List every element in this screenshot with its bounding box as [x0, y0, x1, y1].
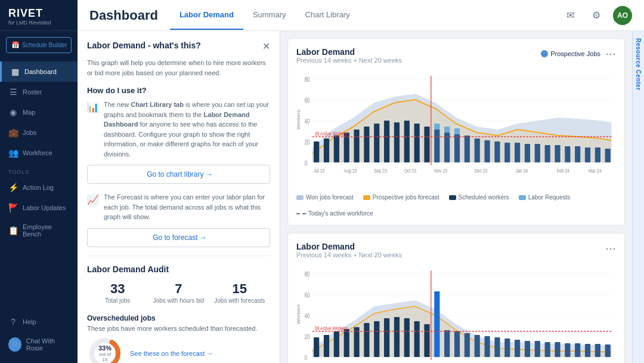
sidebar-item-help[interactable]: ? Help — [0, 312, 78, 332]
settings-button[interactable]: ⚙ — [587, 6, 606, 25]
action-log-icon: ⚡ — [8, 183, 18, 192]
charts-area: Labor Demand Previous 14 weeks + Next 20… — [280, 31, 632, 363]
jobs-with-forecasts-stat: 15 Jobs with forecasts — [209, 281, 270, 304]
sidebar-item-label: Action Log — [23, 184, 54, 191]
info-panel: Labor Demand - what's this? ✕ This graph… — [78, 31, 280, 363]
svg-rect-92 — [525, 341, 530, 357]
svg-rect-47 — [605, 149, 611, 162]
svg-rect-97 — [575, 343, 580, 357]
svg-text:Workers: Workers — [296, 304, 301, 324]
svg-text:Jul 23: Jul 23 — [314, 168, 325, 174]
total-jobs-label: Total jobs — [87, 297, 148, 304]
legend-scheduled-dot — [449, 195, 456, 200]
header-actions: ✉ ⚙ AO — [561, 6, 632, 25]
go-to-chart-library-button[interactable]: Go to chart library → — [87, 165, 270, 184]
svg-text:60: 60 — [305, 97, 310, 104]
forecast-icon: 📈 — [87, 193, 99, 207]
resource-center-tab[interactable]: Resource Center — [632, 31, 644, 363]
chart-1-canvas: 80 60 40 20 0 Workers — [296, 70, 616, 189]
svg-rect-46 — [595, 147, 600, 162]
overscheduled-donut: 33% out of 15 — [87, 336, 123, 364]
header: Dashboard Labor Demand Summary Chart Lib… — [78, 0, 644, 31]
svg-rect-31 — [475, 139, 480, 162]
chart-1-title-group: Labor Demand Previous 14 weeks + Next 20… — [296, 47, 402, 69]
legend-won-dot — [296, 195, 304, 200]
sidebar-item-action-log[interactable]: ⚡ Action Log — [0, 177, 78, 198]
sidebar-item-dashboard[interactable]: ▦ Dashboard — [0, 61, 78, 82]
svg-rect-43 — [565, 146, 570, 162]
chart-1-subtitle: Previous 14 weeks + Next 20 weeks — [296, 57, 402, 64]
schedule-builder-button[interactable]: 📅 Schedule Builder — [6, 37, 72, 53]
svg-rect-40 — [535, 144, 540, 162]
chart-2-more-button[interactable]: ⋯ — [605, 242, 616, 255]
panel-description: This graph will help you determine when … — [87, 58, 270, 78]
svg-rect-80 — [404, 318, 410, 357]
chat-label: Chat With Rosie — [26, 337, 69, 352]
svg-rect-20 — [364, 127, 369, 162]
svg-rect-39 — [525, 144, 530, 162]
svg-rect-25 — [414, 124, 420, 162]
chart-2-canvas: 80 60 40 20 0 Workers — [296, 264, 616, 363]
legend-requests-label: Labor Requests — [528, 194, 571, 201]
sidebar-item-labor-updates[interactable]: 🚩 Labor Updates — [0, 198, 78, 218]
svg-text:Feb 24: Feb 24 — [556, 168, 569, 174]
svg-rect-22 — [384, 121, 389, 162]
sidebar-item-label: Labor Updates — [23, 204, 66, 211]
overscheduled-block: Overscheduled jobs These jobs have more … — [87, 314, 270, 364]
content-area: Labor Demand - what's this? ✕ This graph… — [78, 31, 644, 363]
main-content: Dashboard Labor Demand Summary Chart Lib… — [78, 0, 644, 363]
chart-card-2: Labor Demand Previous 14 weeks + Next 20… — [287, 233, 625, 363]
tab-summary[interactable]: Summary — [243, 1, 296, 30]
panel-header: Labor Demand - what's this? ✕ — [87, 41, 270, 52]
help-icon: ? — [8, 317, 18, 327]
legend-won-jobs: Won jobs forecast — [296, 194, 354, 201]
legend-today: Today's active workforce — [296, 210, 373, 217]
svg-text:80: 80 — [305, 271, 310, 278]
chart-2-header: Labor Demand Previous 14 weeks + Next 20… — [296, 242, 616, 263]
audit-title: Labor Demand Audit — [87, 264, 270, 274]
close-panel-button[interactable]: ✕ — [262, 41, 270, 52]
sidebar-item-jobs[interactable]: 💼 Jobs — [0, 122, 78, 143]
svg-rect-33 — [494, 141, 500, 162]
workforce-icon: 👥 — [8, 148, 18, 158]
svg-rect-72 — [324, 335, 329, 357]
svg-text:Nov 23: Nov 23 — [434, 168, 447, 174]
svg-rect-84 — [444, 330, 450, 357]
svg-rect-83 — [434, 291, 439, 357]
chart-1-title: Labor Demand — [296, 47, 402, 57]
legend-scheduled-label: Scheduled workers — [459, 194, 509, 201]
sidebar-item-workforce[interactable]: 👥 Workforce — [0, 143, 78, 163]
see-overscheduled-link[interactable]: See these on the forecast → — [130, 350, 213, 357]
chart-2-title-group: Labor Demand Previous 14 weeks + Next 20… — [296, 242, 402, 263]
svg-rect-37 — [504, 143, 510, 162]
svg-rect-30 — [465, 136, 470, 162]
tab-labor-demand[interactable]: Labor Demand — [170, 1, 243, 30]
calendar-icon: 📅 — [11, 41, 20, 49]
sidebar-item-roster[interactable]: ☰ Roster — [0, 82, 78, 102]
svg-rect-74 — [344, 329, 349, 357]
user-avatar[interactable]: AO — [613, 6, 632, 25]
svg-rect-95 — [555, 342, 560, 357]
sidebar-item-employee-bench[interactable]: 📋 Employee Bench — [0, 218, 78, 243]
svg-rect-88 — [484, 336, 490, 357]
svg-rect-36 — [454, 128, 460, 134]
notifications-button[interactable]: ✉ — [561, 6, 580, 25]
legend-requests-dot — [519, 195, 526, 200]
jobs-hours-label: Jobs with hours bid — [148, 297, 209, 304]
legend-scheduled: Scheduled workers — [449, 194, 509, 201]
tab-chart-library[interactable]: Chart Library — [296, 1, 360, 30]
svg-rect-82 — [424, 324, 429, 357]
sidebar-bottom: ? Help R Chat With Rosie — [0, 312, 78, 363]
audit-stats: 33 Total jobs 7 Jobs with hours bid 15 J… — [87, 281, 270, 304]
employee-bench-icon: 📋 — [8, 226, 18, 235]
sidebar-item-map[interactable]: ◉ Map — [0, 102, 78, 122]
legend-prospective-dot — [363, 195, 370, 200]
go-to-forecast-button[interactable]: Go to forecast → — [87, 228, 270, 247]
legend-won-label: Won jobs forecast — [306, 194, 354, 201]
svg-rect-44 — [575, 146, 580, 162]
chart-1-more-button[interactable]: ⋯ — [605, 47, 616, 60]
svg-text:40: 40 — [305, 313, 310, 319]
chat-with-rosie-button[interactable]: R Chat With Rosie — [0, 332, 78, 357]
jobs-icon: 💼 — [8, 128, 18, 137]
roster-icon: ☰ — [8, 87, 18, 97]
